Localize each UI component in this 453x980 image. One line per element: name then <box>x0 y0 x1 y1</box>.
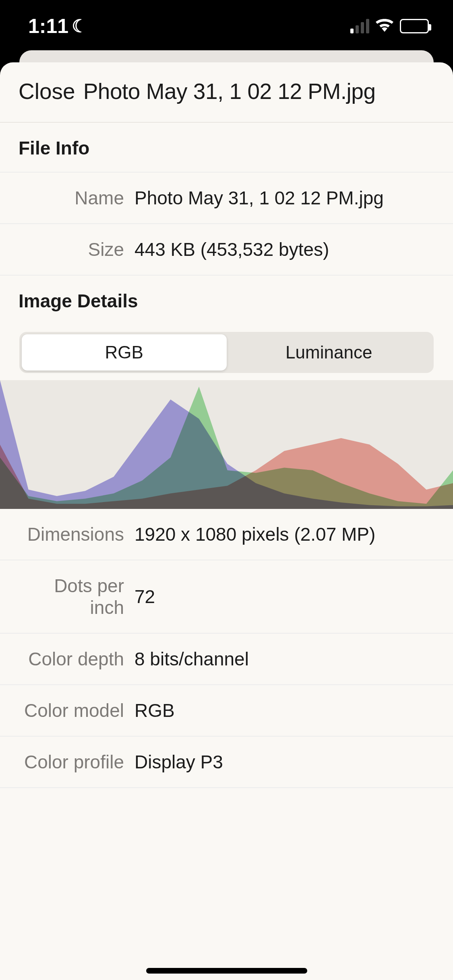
status-bar: 1:11 ☾ <box>0 0 453 52</box>
info-sheet: Close Photo May 31, 1 02 12 PM.jpg File … <box>0 62 453 980</box>
dimensions-label: Dimensions <box>19 523 124 545</box>
image-details-heading: Image Details <box>0 276 453 325</box>
battery-icon <box>400 19 429 33</box>
file-info-heading: File Info <box>0 123 453 172</box>
dpi-row: Dots per inch 72 <box>0 560 453 633</box>
status-time-group: 1:11 ☾ <box>28 14 87 38</box>
color-depth-value: 8 bits/channel <box>134 648 249 670</box>
color-model-label: Color model <box>19 700 124 721</box>
file-name-label: Name <box>19 187 124 209</box>
dimensions-value: 1920 x 1080 pixels (2.07 MP) <box>134 523 375 545</box>
color-profile-value: Display P3 <box>134 751 223 773</box>
file-size-row: Size 443 KB (453,532 bytes) <box>0 223 453 276</box>
color-depth-label: Color depth <box>19 648 124 670</box>
color-depth-row: Color depth 8 bits/channel <box>0 633 453 684</box>
image-details-group: Dimensions 1920 x 1080 pixels (2.07 MP) … <box>0 509 453 788</box>
close-button[interactable]: Close <box>19 78 75 104</box>
rgb-histogram-chart <box>0 380 453 509</box>
status-icons <box>350 16 429 36</box>
dimensions-row: Dimensions 1920 x 1080 pixels (2.07 MP) <box>0 509 453 560</box>
dpi-value: 72 <box>134 586 155 607</box>
sheet-title: Photo May 31, 1 02 12 PM.jpg <box>83 78 376 104</box>
tab-luminance[interactable]: Luminance <box>227 334 432 371</box>
color-profile-label: Color profile <box>19 751 124 773</box>
color-model-row: Color model RGB <box>0 684 453 736</box>
status-time: 1:11 <box>28 14 68 38</box>
histogram-mode-segmented: RGB Luminance <box>0 325 453 373</box>
cellular-signal-icon <box>350 19 369 33</box>
file-name-value: Photo May 31, 1 02 12 PM.jpg <box>134 187 384 209</box>
wifi-icon <box>375 16 394 36</box>
do-not-disturb-moon-icon: ☾ <box>72 17 87 35</box>
color-profile-row: Color profile Display P3 <box>0 736 453 788</box>
file-size-label: Size <box>19 239 124 260</box>
file-size-value: 443 KB (453,532 bytes) <box>134 239 329 260</box>
file-name-row: Name Photo May 31, 1 02 12 PM.jpg <box>0 172 453 223</box>
color-model-value: RGB <box>134 700 175 721</box>
sheet-header: Close Photo May 31, 1 02 12 PM.jpg <box>0 62 453 123</box>
home-indicator[interactable] <box>146 968 307 974</box>
dpi-label: Dots per inch <box>19 575 124 618</box>
tab-rgb[interactable]: RGB <box>22 334 227 371</box>
file-info-group: Name Photo May 31, 1 02 12 PM.jpg Size 4… <box>0 172 453 276</box>
